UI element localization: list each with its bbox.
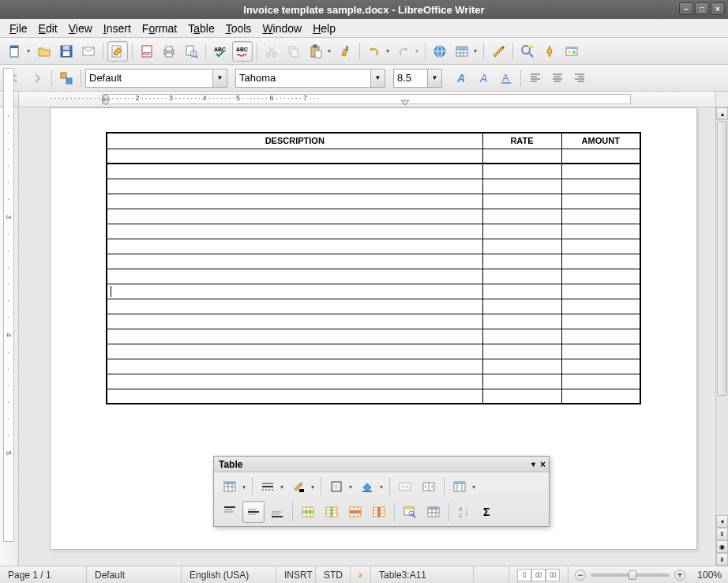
multi-page-view-icon[interactable]: ▯▯ — [531, 569, 546, 581]
edit-file-button[interactable] — [107, 41, 128, 62]
background-color-button[interactable] — [356, 476, 378, 498]
bold-button[interactable]: A — [452, 68, 472, 88]
vertical-scrollbar[interactable]: ▴ ▾ ⇞ ◉ ⇟ — [715, 107, 728, 566]
table-cell[interactable] — [482, 209, 561, 224]
menu-view[interactable]: View — [64, 20, 97, 37]
table-cell[interactable] — [561, 164, 640, 179]
table-cell[interactable] — [561, 329, 640, 344]
vertical-ruler[interactable]: · · · · · · 3 · · · · · · 4 · · · · · · … — [0, 107, 19, 566]
table-row[interactable] — [107, 164, 640, 179]
table-cell[interactable] — [107, 239, 482, 254]
nav-target-button[interactable]: ◉ — [716, 540, 728, 553]
undo-button[interactable] — [364, 41, 385, 62]
styles-button[interactable] — [56, 68, 77, 88]
table-cell[interactable] — [561, 299, 640, 314]
line-style-dropdown[interactable]: ▾ — [278, 476, 286, 498]
zoom-slider[interactable] — [591, 574, 670, 577]
table-row[interactable] — [107, 239, 640, 254]
copy-button[interactable] — [283, 41, 304, 62]
spellcheck-button[interactable]: ABC — [210, 41, 231, 62]
align-top-button[interactable] — [219, 501, 241, 523]
align-middle-button[interactable] — [242, 501, 265, 523]
header-description[interactable]: DESCRIPTION — [107, 133, 482, 149]
new-document-button[interactable] — [5, 41, 25, 62]
paste-dropdown[interactable]: ▾ — [325, 47, 333, 55]
show-draw-functions-button[interactable] — [488, 41, 508, 62]
table-cell[interactable] — [107, 224, 482, 239]
menu-edit[interactable]: Edit — [34, 20, 62, 37]
table-cell[interactable] — [482, 389, 561, 404]
table-cell[interactable] — [561, 209, 640, 224]
table-row[interactable] — [107, 254, 640, 269]
line-color-dropdown[interactable]: ▾ — [309, 476, 317, 498]
line-style-button[interactable] — [257, 476, 279, 498]
table-cell[interactable] — [561, 344, 640, 359]
table-row[interactable] — [107, 389, 640, 404]
table-cell[interactable] — [107, 269, 482, 284]
table-row[interactable] — [107, 149, 640, 164]
insert-column-button[interactable] — [321, 501, 343, 523]
table-new-button[interactable] — [219, 476, 241, 498]
table-cell[interactable] — [561, 359, 640, 374]
single-page-view-icon[interactable]: ▯ — [517, 569, 531, 581]
insert-table-dropdown[interactable]: ▾ — [471, 47, 479, 55]
table-row[interactable] — [107, 179, 640, 194]
table-row[interactable] — [107, 314, 640, 329]
view-layout-buttons[interactable]: ▯ ▯▯ ▯▯ — [509, 566, 569, 583]
delete-column-button[interactable] — [368, 501, 390, 523]
insert-row-button[interactable] — [297, 501, 319, 523]
italic-button[interactable]: A — [474, 68, 494, 88]
align-left-button[interactable] — [525, 68, 546, 88]
table-properties-button[interactable] — [422, 501, 445, 523]
invoice-table[interactable]: DESCRIPTION RATE AMOUNT — [106, 132, 641, 404]
gallery-button[interactable] — [561, 41, 582, 62]
menu-format[interactable]: Format — [137, 20, 182, 37]
open-button[interactable] — [34, 41, 54, 62]
table-cell[interactable] — [561, 179, 640, 194]
sum-button[interactable]: Σ — [477, 501, 499, 523]
table-cell[interactable] — [107, 149, 482, 164]
table-row[interactable] — [107, 299, 640, 314]
window-maximize-button[interactable]: □ — [695, 2, 709, 15]
redo-dropdown[interactable]: ▾ — [413, 47, 421, 55]
status-insert-mode[interactable]: INSRT — [276, 566, 316, 583]
table-row[interactable] — [107, 329, 640, 344]
zoom-in-button[interactable]: + — [674, 570, 685, 581]
table-cell[interactable] — [482, 374, 561, 389]
save-button[interactable] — [56, 41, 77, 62]
table-cell[interactable] — [482, 149, 561, 164]
email-button[interactable] — [78, 41, 99, 62]
align-right-button[interactable] — [569, 68, 590, 88]
table-cell[interactable] — [107, 254, 482, 269]
table-cell[interactable] — [561, 374, 640, 389]
autoformat-button[interactable] — [399, 501, 421, 523]
split-cells-button[interactable] — [418, 476, 440, 498]
page-up-button[interactable]: ⇞ — [716, 528, 728, 540]
undo-dropdown[interactable]: ▾ — [384, 47, 392, 55]
table-row[interactable] — [107, 224, 640, 239]
table-cell[interactable] — [482, 314, 561, 329]
table-row[interactable] — [107, 269, 640, 284]
navigator-button[interactable] — [539, 41, 560, 62]
borders-button[interactable] — [325, 476, 347, 498]
print-button[interactable] — [159, 41, 179, 62]
table-cell[interactable] — [482, 194, 561, 209]
table-cell[interactable] — [107, 164, 482, 179]
table-cell[interactable] — [561, 284, 640, 299]
export-pdf-button[interactable]: PDF — [137, 41, 157, 62]
status-cell-reference[interactable]: Table3:A11 — [371, 566, 474, 583]
status-selection-mode[interactable]: STD — [316, 566, 351, 583]
align-bottom-button[interactable] — [266, 501, 288, 523]
table-cell[interactable] — [561, 389, 640, 404]
table-cell[interactable] — [107, 284, 482, 299]
table-cell[interactable] — [561, 224, 640, 239]
optimize-button[interactable] — [448, 476, 471, 498]
menu-help[interactable]: Help — [308, 20, 340, 37]
window-minimize-button[interactable]: – — [679, 2, 693, 15]
table-cell[interactable] — [482, 359, 561, 374]
table-cell[interactable] — [107, 374, 482, 389]
menu-tools[interactable]: Tools — [221, 20, 257, 37]
scroll-down-button[interactable]: ▾ — [716, 515, 728, 528]
table-cell[interactable] — [482, 254, 561, 269]
table-row[interactable] — [107, 344, 640, 359]
